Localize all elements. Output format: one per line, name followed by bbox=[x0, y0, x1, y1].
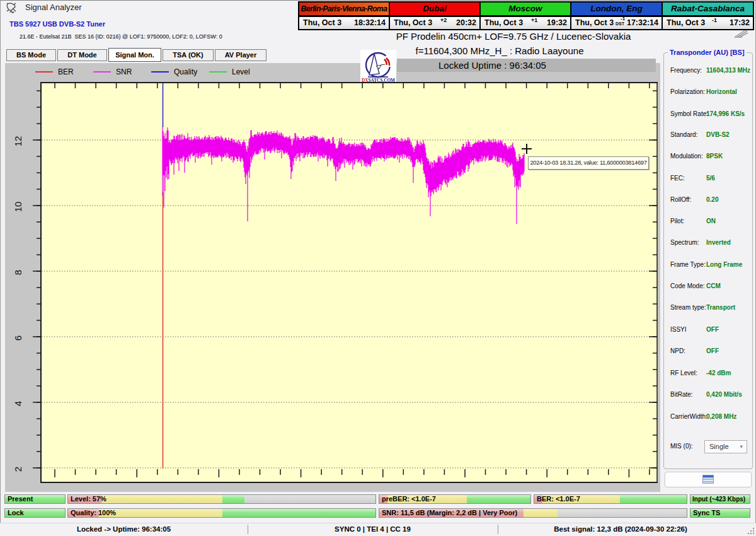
svg-text:4: 4 bbox=[13, 401, 23, 406]
svg-text:2: 2 bbox=[13, 467, 23, 472]
svg-text:8: 8 bbox=[13, 270, 23, 275]
svg-text:6: 6 bbox=[13, 335, 23, 341]
svg-text:12: 12 bbox=[13, 136, 23, 147]
svg-text:10: 10 bbox=[13, 202, 23, 213]
